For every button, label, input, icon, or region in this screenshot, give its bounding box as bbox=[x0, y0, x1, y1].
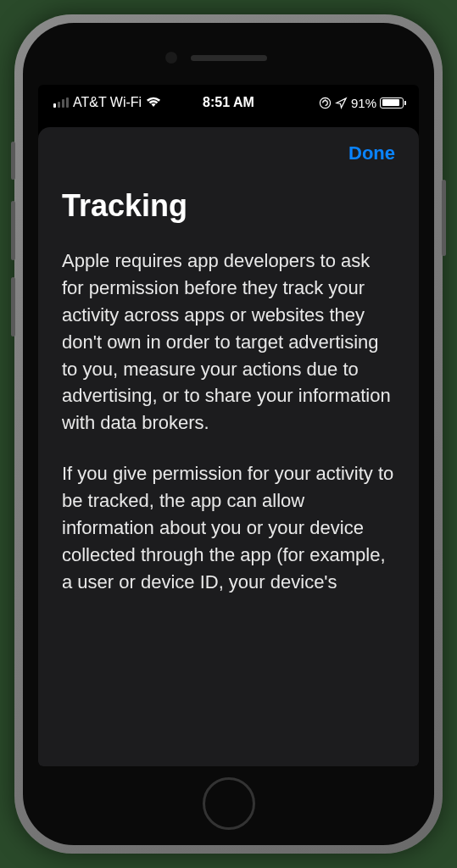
carrier-label: AT&T Wi-Fi bbox=[73, 95, 142, 110]
rotation-lock-icon bbox=[319, 97, 332, 109]
phone-bezel: AT&T Wi-Fi 8:51 AM 91% bbox=[23, 23, 434, 845]
page-title: Tracking bbox=[62, 188, 395, 224]
cellular-signal-icon bbox=[53, 97, 69, 108]
volume-up-button bbox=[11, 201, 15, 260]
home-button[interactable] bbox=[203, 777, 255, 830]
location-icon bbox=[335, 97, 348, 109]
wifi-icon bbox=[146, 97, 161, 108]
done-button[interactable]: Done bbox=[348, 142, 395, 164]
modal-header: Done bbox=[62, 142, 395, 164]
volume-down-button bbox=[11, 277, 15, 337]
battery-icon bbox=[380, 97, 404, 108]
screen: AT&T Wi-Fi 8:51 AM 91% bbox=[38, 85, 419, 766]
clock: 8:51 AM bbox=[203, 95, 254, 110]
status-bar: AT&T Wi-Fi 8:51 AM 91% bbox=[38, 85, 419, 117]
status-left: AT&T Wi-Fi bbox=[53, 95, 161, 110]
power-button bbox=[442, 180, 446, 256]
mute-switch bbox=[11, 142, 15, 180]
front-camera bbox=[165, 52, 177, 64]
body-paragraph-2: If you give permission for your activity… bbox=[62, 460, 395, 595]
body-paragraph-1: Apple requires app developers to ask for… bbox=[62, 248, 395, 437]
phone-frame: AT&T Wi-Fi 8:51 AM 91% bbox=[14, 14, 443, 854]
modal-sheet: Done Tracking Apple requires app develop… bbox=[38, 127, 419, 766]
status-right: 91% bbox=[319, 96, 404, 110]
earpiece-speaker bbox=[191, 55, 267, 61]
battery-percent: 91% bbox=[351, 96, 376, 110]
